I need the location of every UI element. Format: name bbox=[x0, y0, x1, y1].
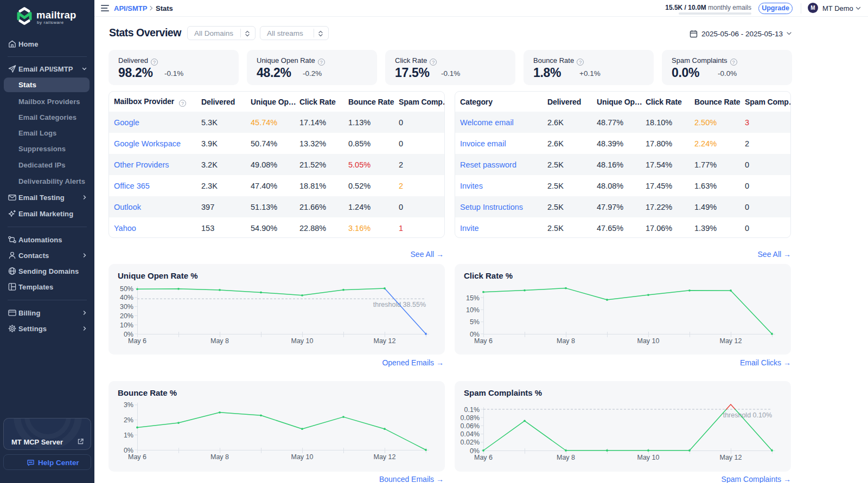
svg-text:May 8: May 8 bbox=[210, 337, 229, 345]
svg-text:May 8: May 8 bbox=[210, 453, 229, 461]
svg-text:May 8: May 8 bbox=[557, 454, 575, 461]
svg-text:0.1%: 0.1% bbox=[464, 406, 480, 414]
svg-text:May 10: May 10 bbox=[637, 454, 660, 461]
svg-text:May 6: May 6 bbox=[128, 337, 146, 345]
svg-text:30%: 30% bbox=[120, 303, 133, 311]
svg-text:15%: 15% bbox=[466, 294, 480, 302]
svg-text:May 6: May 6 bbox=[474, 337, 493, 345]
svg-text:50%: 50% bbox=[120, 285, 133, 293]
svg-text:threshold 0.10%: threshold 0.10% bbox=[723, 411, 772, 419]
svg-text:0.04%: 0.04% bbox=[461, 430, 480, 438]
svg-text:40%: 40% bbox=[120, 294, 133, 301]
svg-text:May 8: May 8 bbox=[557, 337, 575, 345]
svg-text:5%: 5% bbox=[470, 318, 480, 326]
svg-text:May 10: May 10 bbox=[637, 337, 660, 345]
svg-text:May 10: May 10 bbox=[291, 453, 314, 461]
svg-text:May 6: May 6 bbox=[474, 454, 493, 461]
svg-text:0.02%: 0.02% bbox=[461, 439, 480, 446]
svg-text:0.08%: 0.08% bbox=[461, 414, 480, 422]
svg-text:2%: 2% bbox=[124, 416, 133, 424]
svg-text:0.06%: 0.06% bbox=[461, 422, 480, 430]
svg-text:May 10: May 10 bbox=[291, 337, 314, 345]
svg-text:May 12: May 12 bbox=[374, 453, 396, 461]
svg-text:May 12: May 12 bbox=[720, 337, 742, 345]
svg-text:10%: 10% bbox=[120, 321, 133, 329]
svg-text:May 6: May 6 bbox=[128, 453, 146, 461]
svg-text:20%: 20% bbox=[120, 312, 133, 320]
svg-text:1%: 1% bbox=[124, 432, 133, 439]
svg-text:May 12: May 12 bbox=[720, 454, 742, 461]
svg-text:May 12: May 12 bbox=[374, 337, 396, 345]
svg-text:3%: 3% bbox=[124, 401, 133, 409]
svg-text:10%: 10% bbox=[466, 306, 480, 314]
